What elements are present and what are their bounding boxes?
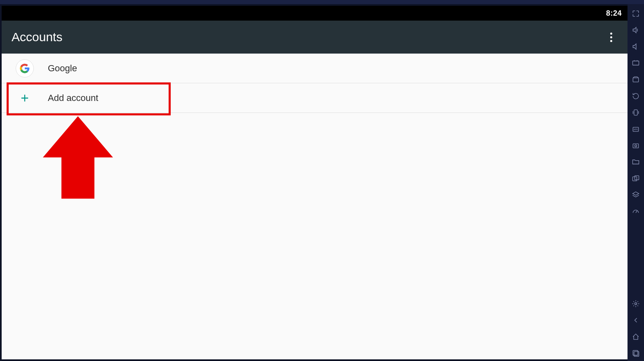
svg-rect-11 xyxy=(634,352,639,356)
status-clock: 8:24 xyxy=(606,9,622,18)
add-account-row[interactable]: Add account xyxy=(2,83,628,113)
svg-point-6 xyxy=(635,145,637,147)
emulator-screen: 8:24 Accounts xyxy=(2,6,628,359)
bluestacks-side-toolbar: APK xyxy=(628,4,644,361)
app-bar: Accounts xyxy=(2,21,628,54)
speed-icon[interactable] xyxy=(628,204,644,219)
svg-rect-1 xyxy=(633,78,638,82)
window-title-bar xyxy=(0,0,644,4)
shake-icon[interactable] xyxy=(628,105,644,120)
page-title: Accounts xyxy=(12,30,62,44)
multi-instance-icon[interactable] xyxy=(628,171,644,186)
svg-text:APK: APK xyxy=(634,128,638,131)
fullscreen-icon[interactable] xyxy=(628,6,644,21)
screenshot-icon[interactable] xyxy=(628,138,644,153)
svg-rect-2 xyxy=(634,110,637,115)
svg-point-9 xyxy=(635,303,637,305)
account-row-google[interactable]: Google xyxy=(2,54,628,83)
home-icon[interactable] xyxy=(628,329,644,345)
accounts-content: Google Add account xyxy=(2,54,628,359)
svg-rect-10 xyxy=(633,350,638,355)
back-icon[interactable] xyxy=(628,312,644,328)
layers-icon[interactable] xyxy=(628,187,644,203)
plus-icon xyxy=(16,89,34,107)
keymap-icon[interactable] xyxy=(628,55,644,71)
annotation-arrow xyxy=(43,116,113,199)
account-row-label: Google xyxy=(48,63,77,74)
android-status-bar: 8:24 xyxy=(2,6,628,21)
google-icon xyxy=(16,59,34,77)
apk-icon[interactable]: APK xyxy=(628,121,644,137)
more-options-button[interactable] xyxy=(604,30,618,44)
volume-down-icon[interactable] xyxy=(628,39,644,54)
volume-up-icon[interactable] xyxy=(628,22,644,38)
rotate-icon[interactable] xyxy=(628,88,644,104)
sync-apps-icon[interactable] xyxy=(628,72,644,87)
svg-rect-0 xyxy=(633,61,639,65)
svg-rect-5 xyxy=(633,144,638,148)
media-folder-icon[interactable] xyxy=(628,154,644,170)
add-account-label: Add account xyxy=(48,93,98,103)
recents-icon[interactable] xyxy=(628,345,644,361)
main-container: 8:24 Accounts xyxy=(0,4,644,361)
settings-icon[interactable] xyxy=(628,296,644,312)
